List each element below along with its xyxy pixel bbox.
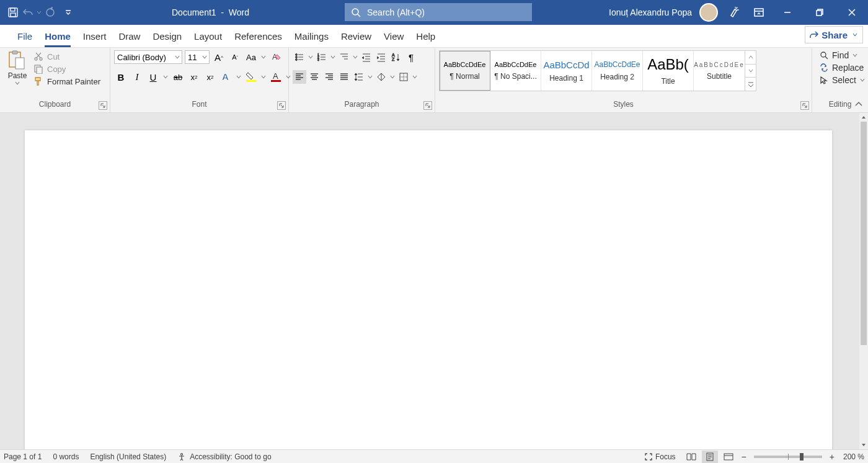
font-launcher[interactable] xyxy=(277,101,286,110)
strikethrough-button[interactable]: ab xyxy=(171,70,185,84)
tab-file[interactable]: File xyxy=(11,25,38,47)
underline-button[interactable]: U xyxy=(146,70,160,84)
styles-scroll-down[interactable] xyxy=(745,65,756,78)
borders-dropdown[interactable] xyxy=(412,74,418,79)
style-subtitle[interactable]: AaBbCcDdEe Subtitle xyxy=(694,51,745,91)
user-avatar[interactable] xyxy=(699,3,718,22)
user-name[interactable]: Ionuț Alexandru Popa xyxy=(609,7,692,17)
paragraph-launcher[interactable] xyxy=(423,101,432,110)
tab-insert[interactable]: Insert xyxy=(77,25,113,47)
styles-scroll-up[interactable] xyxy=(745,51,756,65)
scroll-track[interactable] xyxy=(859,122,868,441)
vertical-scrollbar[interactable] xyxy=(859,113,868,449)
zoom-out-button[interactable]: − xyxy=(739,452,749,462)
align-center-button[interactable] xyxy=(308,70,321,84)
ribbon-display-options-button[interactable] xyxy=(750,4,768,21)
underline-dropdown[interactable] xyxy=(162,74,169,79)
highlight-button[interactable] xyxy=(244,70,258,84)
find-button[interactable]: Find xyxy=(820,50,865,60)
show-marks-button[interactable]: ¶ xyxy=(404,50,418,64)
borders-button[interactable] xyxy=(397,70,410,84)
replace-button[interactable]: Replace xyxy=(820,63,865,73)
style-title[interactable]: AaBb( Title xyxy=(643,51,694,91)
scroll-down-button[interactable] xyxy=(859,441,868,449)
line-spacing-dropdown[interactable] xyxy=(367,74,373,79)
tab-home[interactable]: Home xyxy=(38,25,77,47)
bullets-button[interactable] xyxy=(293,50,306,64)
tab-view[interactable]: View xyxy=(378,25,410,47)
style-no-spacing[interactable]: AaBbCcDdEe ¶ No Spaci... xyxy=(490,51,541,91)
collapse-ribbon-button[interactable] xyxy=(854,100,864,110)
change-case-button[interactable]: Aa xyxy=(244,50,258,64)
styles-more-button[interactable] xyxy=(745,78,756,91)
cut-button[interactable]: Cut xyxy=(33,52,100,61)
change-case-dropdown[interactable] xyxy=(260,55,267,60)
italic-button[interactable]: I xyxy=(130,70,144,84)
font-name-combo[interactable]: Calibri (Body) xyxy=(114,50,182,64)
scroll-up-button[interactable] xyxy=(859,113,868,122)
accessibility-status[interactable]: Accessibility: Good to go xyxy=(177,452,271,461)
shading-button[interactable] xyxy=(374,70,388,84)
tab-review[interactable]: Review xyxy=(335,25,378,47)
select-button[interactable]: Select xyxy=(820,75,865,85)
tab-mailings[interactable]: Mailings xyxy=(288,25,335,47)
tab-design[interactable]: Design xyxy=(146,25,188,47)
sort-button[interactable]: AZ xyxy=(389,50,403,64)
web-layout-button[interactable] xyxy=(720,451,737,463)
focus-mode-button[interactable]: Focus xyxy=(644,452,676,461)
zoom-slider-thumb[interactable] xyxy=(800,453,804,461)
style-heading-1[interactable]: AaBbCcDd Heading 1 xyxy=(541,51,592,91)
close-button[interactable] xyxy=(839,0,864,25)
word-count[interactable]: 0 words xyxy=(53,452,79,461)
minimize-button[interactable] xyxy=(775,0,800,25)
styles-launcher[interactable] xyxy=(800,101,809,110)
zoom-in-button[interactable]: + xyxy=(827,452,837,462)
bullets-dropdown[interactable] xyxy=(308,55,314,60)
increase-indent-button[interactable] xyxy=(374,50,388,64)
bold-button[interactable]: B xyxy=(114,70,128,84)
paste-button[interactable]: Paste xyxy=(4,50,31,85)
align-left-button[interactable] xyxy=(293,70,306,84)
shrink-font-button[interactable]: Aˇ xyxy=(228,50,242,64)
undo-dropdown[interactable] xyxy=(36,10,42,15)
font-size-combo[interactable]: 11 xyxy=(185,50,210,64)
tab-references[interactable]: References xyxy=(228,25,288,47)
undo-button[interactable] xyxy=(21,6,35,19)
copy-button[interactable]: Copy xyxy=(33,64,100,74)
language-status[interactable]: English (United States) xyxy=(90,452,166,461)
highlight-dropdown[interactable] xyxy=(260,74,267,79)
text-effects-button[interactable]: A xyxy=(219,70,233,84)
clear-formatting-button[interactable]: A xyxy=(269,50,283,64)
subscript-button[interactable]: x2 xyxy=(187,70,201,84)
tab-help[interactable]: Help xyxy=(410,25,441,47)
multilevel-dropdown[interactable] xyxy=(352,55,358,60)
print-layout-button[interactable] xyxy=(702,451,718,463)
tab-draw[interactable]: Draw xyxy=(112,25,146,47)
clipboard-launcher[interactable] xyxy=(99,101,107,110)
style-heading-2[interactable]: AaBbCcDdEe Heading 2 xyxy=(592,51,643,91)
share-button[interactable]: Share xyxy=(805,26,863,43)
justify-button[interactable] xyxy=(337,70,351,84)
qat-customize-button[interactable] xyxy=(63,9,73,16)
save-button[interactable] xyxy=(6,6,20,19)
redo-button[interactable] xyxy=(43,6,57,19)
align-right-button[interactable] xyxy=(322,70,336,84)
grow-font-button[interactable]: A^ xyxy=(212,50,226,64)
superscript-button[interactable]: x2 xyxy=(203,70,217,84)
numbering-button[interactable]: 123 xyxy=(315,50,329,64)
font-color-button[interactable]: A xyxy=(269,70,283,84)
read-mode-button[interactable] xyxy=(683,451,699,463)
page-status[interactable]: Page 1 of 1 xyxy=(4,452,42,461)
coming-soon-button[interactable] xyxy=(725,4,743,21)
format-painter-button[interactable]: Format Painter xyxy=(33,76,100,86)
zoom-level[interactable]: 200 % xyxy=(843,452,864,461)
numbering-dropdown[interactable] xyxy=(330,55,336,60)
style-normal[interactable]: AaBbCcDdEe ¶ Normal xyxy=(440,51,490,91)
tab-layout[interactable]: Layout xyxy=(188,25,228,47)
shading-dropdown[interactable] xyxy=(389,74,396,79)
text-effects-dropdown[interactable] xyxy=(236,74,242,79)
decrease-indent-button[interactable] xyxy=(360,50,373,64)
scroll-thumb[interactable] xyxy=(861,122,867,345)
multilevel-list-button[interactable] xyxy=(337,50,351,64)
search-box[interactable]: Search (Alt+Q) xyxy=(345,3,532,21)
